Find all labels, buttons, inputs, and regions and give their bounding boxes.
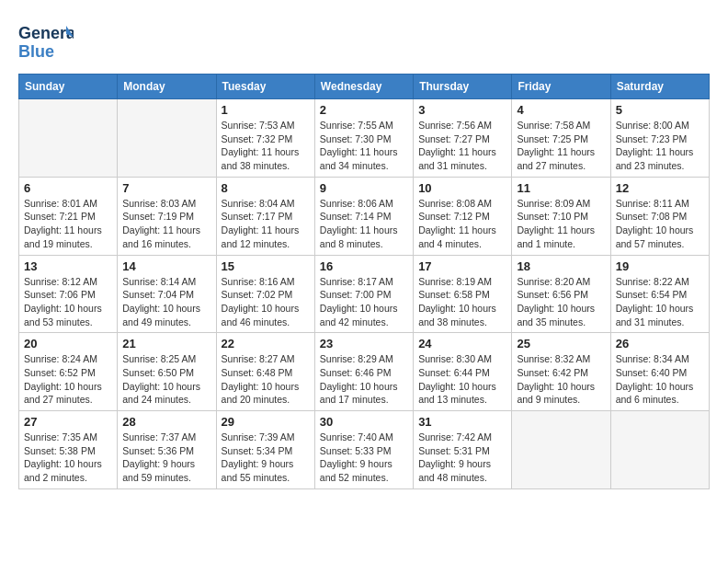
calendar-cell: 13Sunrise: 8:12 AM Sunset: 7:06 PM Dayli… <box>19 255 118 333</box>
weekday-header-thursday: Thursday <box>414 75 512 99</box>
day-number: 1 <box>222 103 310 117</box>
day-info: Sunrise: 8:12 AM Sunset: 7:06 PM Dayligh… <box>24 275 112 329</box>
week-row-3: 13Sunrise: 8:12 AM Sunset: 7:06 PM Dayli… <box>19 255 710 333</box>
calendar-cell: 1Sunrise: 7:53 AM Sunset: 7:32 PM Daylig… <box>216 99 314 178</box>
calendar-cell: 12Sunrise: 8:11 AM Sunset: 7:08 PM Dayli… <box>610 177 709 255</box>
calendar-cell: 30Sunrise: 7:40 AM Sunset: 5:33 PM Dayli… <box>314 411 413 489</box>
week-row-2: 6Sunrise: 8:01 AM Sunset: 7:21 PM Daylig… <box>19 177 710 255</box>
day-info: Sunrise: 8:03 AM Sunset: 7:19 PM Dayligh… <box>122 197 210 251</box>
day-number: 26 <box>616 337 704 350</box>
day-number: 27 <box>24 415 112 429</box>
calendar-table: SundayMondayTuesdayWednesdayThursdayFrid… <box>18 74 710 489</box>
weekday-header-wednesday: Wednesday <box>314 75 413 99</box>
calendar-cell: 27Sunrise: 7:35 AM Sunset: 5:38 PM Dayli… <box>19 411 118 489</box>
calendar-cell: 9Sunrise: 8:06 AM Sunset: 7:14 PM Daylig… <box>314 177 413 255</box>
calendar-cell: 21Sunrise: 8:25 AM Sunset: 6:50 PM Dayli… <box>118 333 216 411</box>
day-info: Sunrise: 8:09 AM Sunset: 7:10 PM Dayligh… <box>517 197 605 251</box>
week-row-4: 20Sunrise: 8:24 AM Sunset: 6:52 PM Dayli… <box>19 333 710 411</box>
calendar-cell: 23Sunrise: 8:29 AM Sunset: 6:46 PM Dayli… <box>314 333 413 411</box>
day-info: Sunrise: 7:40 AM Sunset: 5:33 PM Dayligh… <box>320 431 408 485</box>
calendar-cell: 4Sunrise: 7:58 AM Sunset: 7:25 PM Daylig… <box>512 99 610 178</box>
day-number: 16 <box>320 259 408 273</box>
day-info: Sunrise: 8:27 AM Sunset: 6:48 PM Dayligh… <box>222 352 310 407</box>
day-number: 25 <box>517 337 605 350</box>
day-info: Sunrise: 8:17 AM Sunset: 7:00 PM Dayligh… <box>320 275 408 329</box>
calendar-cell: 19Sunrise: 8:22 AM Sunset: 6:54 PM Dayli… <box>610 255 709 333</box>
calendar-cell: 26Sunrise: 8:34 AM Sunset: 6:40 PM Dayli… <box>610 333 709 411</box>
day-number: 31 <box>418 415 506 429</box>
day-info: Sunrise: 7:58 AM Sunset: 7:25 PM Dayligh… <box>517 119 605 173</box>
weekday-header-row: SundayMondayTuesdayWednesdayThursdayFrid… <box>19 75 710 99</box>
calendar-cell: 14Sunrise: 8:14 AM Sunset: 7:04 PM Dayli… <box>118 255 216 333</box>
day-info: Sunrise: 8:04 AM Sunset: 7:17 PM Dayligh… <box>222 197 310 251</box>
calendar-cell <box>610 411 709 489</box>
day-number: 24 <box>418 337 506 350</box>
calendar-cell: 5Sunrise: 8:00 AM Sunset: 7:23 PM Daylig… <box>610 99 709 178</box>
day-number: 17 <box>418 259 506 273</box>
day-number: 3 <box>418 103 506 117</box>
day-number: 23 <box>320 337 408 350</box>
day-number: 12 <box>616 181 704 195</box>
day-number: 29 <box>222 415 310 429</box>
day-number: 30 <box>320 415 408 429</box>
day-number: 22 <box>222 337 310 350</box>
day-number: 6 <box>24 181 112 195</box>
day-info: Sunrise: 8:22 AM Sunset: 6:54 PM Dayligh… <box>616 275 704 329</box>
calendar-cell: 24Sunrise: 8:30 AM Sunset: 6:44 PM Dayli… <box>414 333 512 411</box>
weekday-header-tuesday: Tuesday <box>216 75 314 99</box>
day-number: 8 <box>222 181 310 195</box>
day-number: 19 <box>616 259 704 273</box>
day-number: 11 <box>517 181 605 195</box>
week-row-5: 27Sunrise: 7:35 AM Sunset: 5:38 PM Dayli… <box>19 411 710 489</box>
calendar-cell: 22Sunrise: 8:27 AM Sunset: 6:48 PM Dayli… <box>216 333 314 411</box>
day-info: Sunrise: 7:53 AM Sunset: 7:32 PM Dayligh… <box>222 119 310 173</box>
day-info: Sunrise: 8:20 AM Sunset: 6:56 PM Dayligh… <box>517 275 605 329</box>
svg-text:Blue: Blue <box>18 42 54 61</box>
day-info: Sunrise: 8:34 AM Sunset: 6:40 PM Dayligh… <box>616 352 704 407</box>
day-info: Sunrise: 8:24 AM Sunset: 6:52 PM Dayligh… <box>24 352 112 407</box>
day-info: Sunrise: 7:42 AM Sunset: 5:31 PM Dayligh… <box>418 431 506 485</box>
day-info: Sunrise: 7:39 AM Sunset: 5:34 PM Dayligh… <box>222 431 310 485</box>
day-number: 14 <box>122 259 210 273</box>
calendar-cell: 16Sunrise: 8:17 AM Sunset: 7:00 PM Dayli… <box>314 255 413 333</box>
day-number: 18 <box>517 259 605 273</box>
day-number: 9 <box>320 181 408 195</box>
day-number: 15 <box>222 259 310 273</box>
day-info: Sunrise: 7:55 AM Sunset: 7:30 PM Dayligh… <box>320 119 408 173</box>
svg-text:General: General <box>18 24 74 42</box>
day-number: 10 <box>418 181 506 195</box>
day-info: Sunrise: 7:37 AM Sunset: 5:36 PM Dayligh… <box>122 431 210 485</box>
calendar-cell: 11Sunrise: 8:09 AM Sunset: 7:10 PM Dayli… <box>512 177 610 255</box>
day-number: 20 <box>24 337 112 350</box>
calendar-cell: 15Sunrise: 8:16 AM Sunset: 7:02 PM Dayli… <box>216 255 314 333</box>
calendar-cell: 3Sunrise: 7:56 AM Sunset: 7:27 PM Daylig… <box>414 99 512 178</box>
calendar-cell: 18Sunrise: 8:20 AM Sunset: 6:56 PM Dayli… <box>512 255 610 333</box>
day-info: Sunrise: 8:30 AM Sunset: 6:44 PM Dayligh… <box>418 352 506 407</box>
day-info: Sunrise: 8:29 AM Sunset: 6:46 PM Dayligh… <box>320 352 408 407</box>
day-number: 13 <box>24 259 112 273</box>
calendar-cell <box>118 99 216 178</box>
day-info: Sunrise: 8:19 AM Sunset: 6:58 PM Dayligh… <box>418 275 506 329</box>
logo-svg: GeneralBlue <box>18 18 74 64</box>
calendar-cell: 28Sunrise: 7:37 AM Sunset: 5:36 PM Dayli… <box>118 411 216 489</box>
day-info: Sunrise: 8:16 AM Sunset: 7:02 PM Dayligh… <box>222 275 310 329</box>
day-info: Sunrise: 7:56 AM Sunset: 7:27 PM Dayligh… <box>418 119 506 173</box>
day-number: 4 <box>517 103 605 117</box>
day-info: Sunrise: 8:25 AM Sunset: 6:50 PM Dayligh… <box>122 352 210 407</box>
calendar-cell: 7Sunrise: 8:03 AM Sunset: 7:19 PM Daylig… <box>118 177 216 255</box>
calendar-cell: 20Sunrise: 8:24 AM Sunset: 6:52 PM Dayli… <box>19 333 118 411</box>
weekday-header-monday: Monday <box>118 75 216 99</box>
day-info: Sunrise: 8:08 AM Sunset: 7:12 PM Dayligh… <box>418 197 506 251</box>
day-info: Sunrise: 8:11 AM Sunset: 7:08 PM Dayligh… <box>616 197 704 251</box>
calendar-cell <box>19 99 118 178</box>
day-number: 2 <box>320 103 408 117</box>
day-number: 5 <box>616 103 704 117</box>
weekday-header-saturday: Saturday <box>610 75 709 99</box>
week-row-1: 1Sunrise: 7:53 AM Sunset: 7:32 PM Daylig… <box>19 99 710 178</box>
day-info: Sunrise: 7:35 AM Sunset: 5:38 PM Dayligh… <box>24 431 112 485</box>
calendar-cell: 2Sunrise: 7:55 AM Sunset: 7:30 PM Daylig… <box>314 99 413 178</box>
calendar-cell: 6Sunrise: 8:01 AM Sunset: 7:21 PM Daylig… <box>19 177 118 255</box>
day-info: Sunrise: 8:32 AM Sunset: 6:42 PM Dayligh… <box>517 352 605 407</box>
calendar-cell <box>512 411 610 489</box>
calendar-cell: 17Sunrise: 8:19 AM Sunset: 6:58 PM Dayli… <box>414 255 512 333</box>
